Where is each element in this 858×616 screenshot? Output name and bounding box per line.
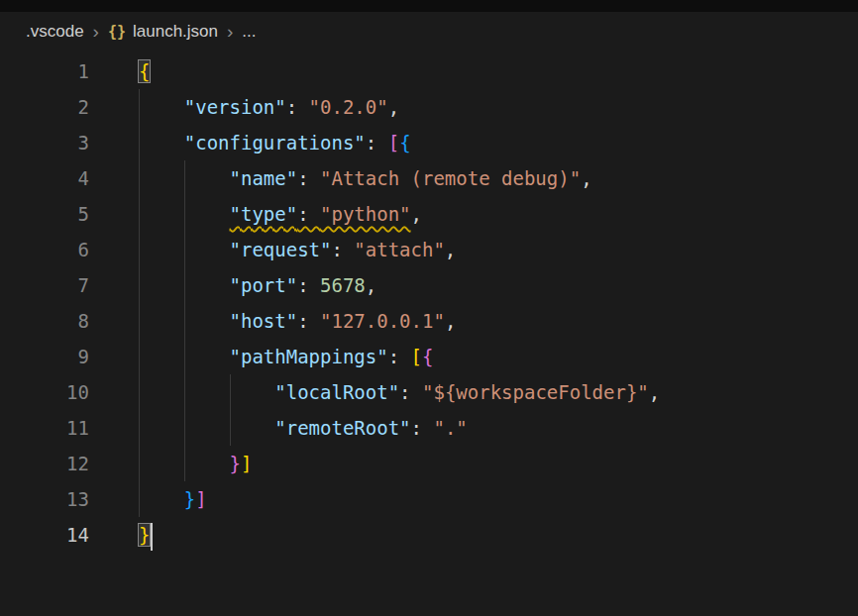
token: , [581, 167, 591, 189]
code-line[interactable]: 13}] [0, 481, 858, 517]
line-number[interactable]: 14 [0, 517, 89, 553]
code-line[interactable]: 2"version": "0.2.0", [0, 89, 858, 125]
token: { [422, 346, 433, 367]
token: "${workspaceFolder}" [422, 381, 649, 403]
token: "remoteRoot" [274, 417, 410, 439]
indent-guide [139, 339, 230, 374]
token: : [366, 132, 388, 154]
code-line[interactable]: 8"host": "127.0.0.1", [0, 303, 858, 339]
token: "127.0.0.1" [320, 310, 445, 332]
code-content: "version": "0.2.0", [89, 89, 399, 125]
token: "port" [230, 274, 298, 296]
line-number[interactable]: 6 [0, 232, 89, 267]
line-number[interactable]: 13 [0, 481, 89, 517]
indent-guide [139, 196, 230, 232]
line-number[interactable]: 9 [0, 339, 89, 374]
code-line[interactable]: 12}] [0, 446, 858, 481]
indent-guide [139, 125, 184, 160]
token: : [286, 96, 309, 118]
line-number[interactable]: 1 [0, 53, 89, 89]
code-content: } [89, 517, 153, 553]
indent-guide [139, 267, 230, 303]
code-line[interactable]: 10"localRoot": "${workspaceFolder}", [0, 374, 858, 410]
code-line[interactable]: 5"type": "python", [0, 196, 858, 232]
token: "Attach (remote debug)" [320, 167, 581, 189]
json-file-icon: {} [108, 23, 126, 41]
token: [ [411, 346, 422, 367]
token: , [445, 239, 456, 260]
indent-guide [139, 410, 274, 446]
indent-guide [139, 374, 274, 410]
line-number[interactable]: 3 [0, 125, 89, 160]
code-content: "pathMappings": [{ [89, 339, 433, 374]
token: "type" [230, 203, 298, 225]
code-line[interactable]: 9"pathMappings": [{ [0, 339, 858, 374]
code-line[interactable]: 4"name": "Attach (remote debug)", [0, 160, 858, 196]
line-number[interactable]: 8 [0, 303, 89, 339]
code-line[interactable]: 14} [0, 517, 858, 553]
code-content: "request": "attach", [89, 232, 456, 267]
indent-guide [139, 481, 184, 517]
breadcrumb: .vscode › {} launch.json › ... [0, 12, 858, 51]
line-number[interactable]: 2 [0, 89, 89, 125]
text-cursor [151, 523, 153, 551]
token: } [230, 453, 241, 474]
line-number[interactable]: 5 [0, 196, 89, 232]
code-line[interactable]: 6"request": "attach", [0, 232, 858, 267]
line-number[interactable]: 10 [0, 374, 89, 410]
token: ] [241, 453, 252, 474]
line-number[interactable]: 12 [0, 446, 89, 481]
token: , [411, 203, 422, 225]
code-content: "remoteRoot": "." [89, 410, 468, 446]
breadcrumb-item-symbol[interactable]: ... [242, 22, 256, 42]
token: : [297, 167, 320, 189]
token: : [388, 346, 411, 367]
code-content: "type": "python", [89, 196, 422, 232]
code-content: }] [89, 481, 207, 517]
code-line[interactable]: 3"configurations": [{ [0, 125, 858, 160]
token: } [184, 488, 195, 510]
indent-guide [139, 160, 230, 196]
token: , [366, 274, 376, 296]
editor-lines[interactable]: 1{2"version": "0.2.0",3"configurations":… [0, 51, 858, 616]
breadcrumb-file-label: launch.json [133, 22, 218, 42]
token: [ [388, 132, 399, 154]
token: : [297, 203, 320, 225]
code-content: "name": "Attach (remote debug)", [89, 160, 592, 196]
token: "0.2.0" [309, 96, 388, 118]
token: "." [433, 417, 467, 439]
line-number[interactable]: 4 [0, 160, 89, 196]
code-line[interactable]: 11"remoteRoot": "." [0, 410, 858, 446]
code-content: "configurations": [{ [89, 125, 411, 160]
matched-bracket-token: { [139, 60, 150, 82]
line-number[interactable]: 7 [0, 267, 89, 303]
token: : [331, 239, 354, 260]
token: , [445, 310, 456, 332]
token: "localRoot" [274, 381, 399, 403]
code-content: "host": "127.0.0.1", [89, 303, 456, 339]
code-line[interactable]: 7"port": 5678, [0, 267, 858, 303]
matched-bracket-token: } [139, 524, 150, 546]
token: : [297, 310, 320, 332]
token: "version" [184, 96, 286, 118]
tab-bar-edge [0, 0, 858, 12]
breadcrumb-item-folder[interactable]: .vscode [26, 22, 84, 42]
chevron-right-icon: › [227, 22, 233, 43]
code-content: "localRoot": "${workspaceFolder}", [89, 374, 660, 410]
token: : [297, 274, 320, 296]
indent-guide [139, 446, 230, 481]
code-content: { [89, 53, 150, 89]
indent-guide [139, 303, 230, 339]
token: "pathMappings" [230, 346, 388, 367]
breadcrumb-item-file[interactable]: {} launch.json [108, 22, 218, 42]
token: "host" [230, 310, 298, 332]
chevron-right-icon: › [93, 22, 99, 43]
token: "attach" [354, 239, 445, 260]
token: "request" [230, 239, 332, 260]
line-number[interactable]: 11 [0, 410, 89, 446]
token: : [399, 381, 422, 403]
token: ] [195, 488, 206, 510]
token: "configurations" [184, 132, 366, 154]
code-line[interactable]: 1{ [0, 53, 858, 89]
token: , [388, 96, 399, 118]
